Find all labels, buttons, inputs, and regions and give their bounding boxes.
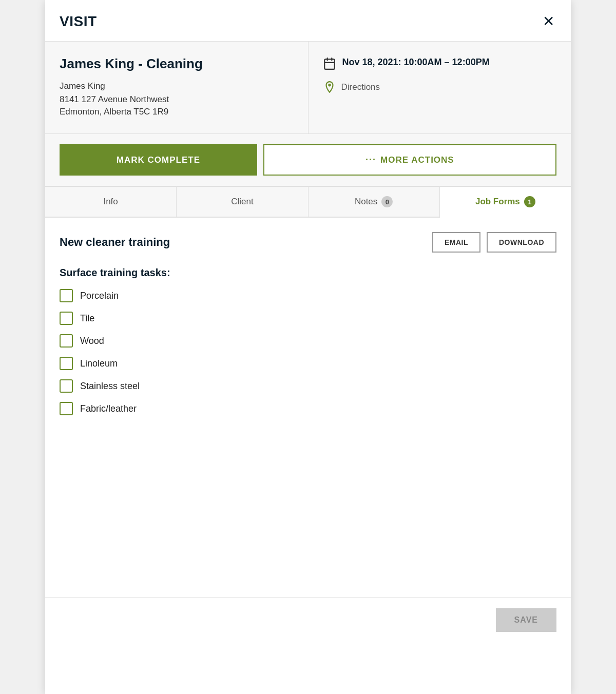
directions-label: Directions [341, 82, 380, 92]
directions-row[interactable]: Directions [323, 81, 557, 94]
modal-title: VISIT [60, 13, 97, 30]
dots-icon: ··· [365, 155, 376, 165]
checkbox-fabric-leather[interactable] [60, 402, 73, 415]
checkbox-stainless-steel[interactable] [60, 379, 73, 393]
tabs-row: Info Client Notes 0 Job Forms 1 [45, 187, 571, 218]
email-button[interactable]: EMAIL [432, 232, 480, 253]
checklist-label-tile: Tile [80, 313, 94, 324]
modal-header: VISIT ✕ [45, 0, 571, 42]
tab-info-label: Info [103, 197, 118, 207]
calendar-icon [323, 57, 336, 70]
checkbox-porcelain[interactable] [60, 289, 73, 302]
tab-client-label: Client [231, 197, 253, 207]
info-left: James King - Cleaning James King 8141 12… [45, 42, 309, 133]
checklist-item-tile: Tile [60, 312, 556, 325]
download-button[interactable]: DOWNLOAD [487, 232, 556, 253]
footer-area: SAVE [45, 597, 571, 642]
form-actions: EMAIL DOWNLOAD [432, 232, 556, 253]
job-forms-badge: 1 [524, 196, 535, 207]
checkbox-tile[interactable] [60, 312, 73, 325]
address-line1: 8141 127 Avenue Northwest [60, 94, 294, 105]
more-actions-button[interactable]: ··· MORE ACTIONS [263, 144, 556, 176]
address-line2: Edmonton, Alberta T5C 1R9 [60, 107, 294, 117]
tab-notes-label: Notes [355, 197, 377, 207]
form-header: New cleaner training EMAIL DOWNLOAD [60, 232, 556, 253]
checklist-item-wood: Wood [60, 334, 556, 348]
checklist-label-porcelain: Porcelain [80, 291, 119, 301]
tab-job-forms-label: Job Forms [475, 197, 520, 207]
job-title: James King - Cleaning [60, 56, 294, 72]
checklist-label-stainless-steel: Stainless steel [80, 381, 140, 392]
checkbox-wood[interactable] [60, 334, 73, 348]
checklist-label-wood: Wood [80, 336, 104, 346]
visit-modal: VISIT ✕ James King - Cleaning James King… [45, 0, 571, 694]
mark-complete-button[interactable]: MARK COMPLETE [60, 144, 257, 176]
save-button[interactable]: SAVE [496, 608, 556, 632]
section-title: Surface training tasks: [60, 267, 556, 279]
checklist-item-fabric-leather: Fabric/leather [60, 402, 556, 415]
datetime-text: Nov 18, 2021: 10:00AM – 12:00PM [342, 56, 490, 69]
tab-job-forms[interactable]: Job Forms 1 [440, 187, 571, 218]
checklist-item-porcelain: Porcelain [60, 289, 556, 302]
svg-point-4 [328, 84, 331, 86]
location-icon [323, 81, 336, 94]
checklist-item-stainless-steel: Stainless steel [60, 379, 556, 393]
checkbox-linoleum[interactable] [60, 357, 73, 370]
tab-info[interactable]: Info [45, 187, 177, 217]
form-name: New cleaner training [60, 236, 170, 249]
action-row: MARK COMPLETE ··· MORE ACTIONS [45, 134, 571, 187]
checklist-label-fabric-leather: Fabric/leather [80, 403, 137, 414]
more-actions-label: MORE ACTIONS [380, 155, 454, 165]
tab-client[interactable]: Client [177, 187, 308, 217]
checklist-item-linoleum: Linoleum [60, 357, 556, 370]
checklist-label-linoleum: Linoleum [80, 358, 118, 369]
checklist: Porcelain Tile Wood Linoleum Stainless s… [60, 289, 556, 415]
datetime-row: Nov 18, 2021: 10:00AM – 12:00PM [323, 56, 557, 70]
svg-rect-0 [324, 59, 335, 69]
info-right: Nov 18, 2021: 10:00AM – 12:00PM Directio… [309, 42, 571, 133]
content-area: New cleaner training EMAIL DOWNLOAD Surf… [45, 218, 571, 577]
close-button[interactable]: ✕ [541, 12, 556, 31]
tab-notes[interactable]: Notes 0 [309, 187, 440, 217]
notes-badge: 0 [381, 196, 393, 207]
info-section: James King - Cleaning James King 8141 12… [45, 42, 571, 134]
client-name: James King [60, 81, 294, 91]
